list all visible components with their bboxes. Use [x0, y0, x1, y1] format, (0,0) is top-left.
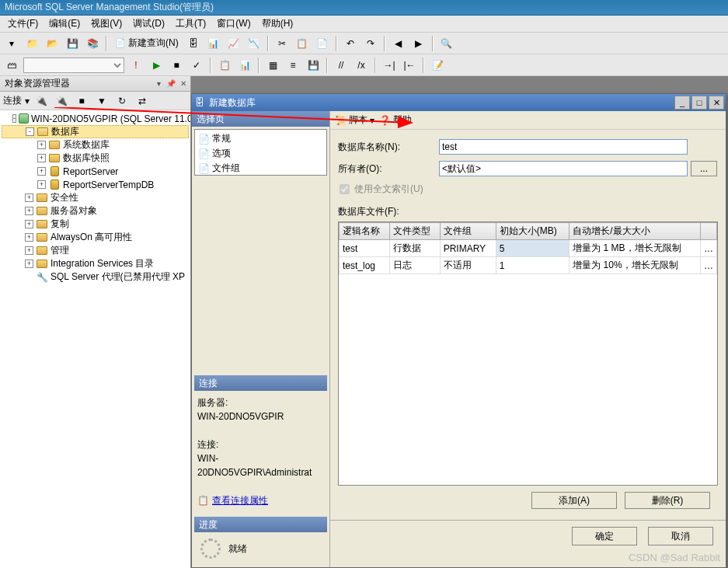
- view-connection-link[interactable]: 查看连接属性: [212, 493, 268, 507]
- dropdown-icon[interactable]: ▾: [153, 78, 164, 89]
- menu-edit[interactable]: 编辑(E): [44, 16, 85, 32]
- object-tree[interactable]: -WIN-20DNO5VGPIR (SQL Server 11.0 -数据库 +…: [0, 110, 190, 568]
- db-engine-icon[interactable]: 🗄: [185, 35, 202, 52]
- nav-fwd-icon[interactable]: ▶: [410, 35, 427, 52]
- page-options[interactable]: 📄选项: [197, 146, 325, 161]
- filter-icon[interactable]: ▼: [93, 92, 110, 110]
- results-text-icon[interactable]: ≡: [284, 57, 301, 74]
- db-name-input[interactable]: [439, 139, 688, 155]
- nav-back-icon[interactable]: ◀: [390, 35, 407, 52]
- new-query-button[interactable]: 📄新建查询(N): [112, 35, 182, 51]
- analysis-icon[interactable]: 📊: [205, 35, 222, 52]
- disconnect-icon[interactable]: 🔌: [53, 92, 70, 110]
- menu-debug[interactable]: 调试(D): [128, 16, 169, 32]
- execute-icon[interactable]: !: [127, 57, 145, 74]
- tree-reportserver-node[interactable]: +ReportServer: [2, 165, 189, 178]
- owner-label: 所有者(O):: [338, 162, 439, 176]
- help-button[interactable]: ❓帮助: [379, 113, 412, 127]
- add-button[interactable]: 添加(A): [531, 492, 617, 509]
- sync-icon[interactable]: ⇄: [134, 92, 151, 110]
- col-logical-name[interactable]: 逻辑名称: [340, 223, 390, 240]
- undo-icon[interactable]: ↶: [342, 35, 359, 52]
- db-select-icon[interactable]: 🗃: [3, 57, 20, 74]
- dropdown-icon[interactable]: ▾: [3, 35, 20, 52]
- tree-snapshot-node[interactable]: +数据库快照: [2, 152, 189, 165]
- page-filegroups[interactable]: 📄文件组: [197, 161, 325, 176]
- results-file-icon[interactable]: 💾: [305, 57, 322, 74]
- connection-label: 连接:: [197, 437, 324, 451]
- parse-icon[interactable]: ✓: [188, 57, 205, 74]
- table-row[interactable]: test_log 日志 不适用 1 增量为 10%，增长无限制 …: [340, 257, 717, 274]
- page-list[interactable]: 📄常规 📄选项 📄文件组: [194, 129, 327, 176]
- tree-databases-node[interactable]: -数据库: [2, 125, 189, 138]
- redo-icon[interactable]: ↷: [362, 35, 379, 52]
- folder-icon: [37, 246, 47, 255]
- close-icon[interactable]: ✕: [178, 78, 189, 89]
- tree-server-node[interactable]: -WIN-20DNO5VGPIR (SQL Server 11.0: [2, 112, 189, 125]
- minimize-icon[interactable]: _: [674, 96, 690, 110]
- tree-sysdb-node[interactable]: +系统数据库: [2, 138, 189, 152]
- indent-icon[interactable]: →|: [381, 57, 398, 74]
- find-icon[interactable]: 🔍: [438, 35, 455, 52]
- pin-icon[interactable]: 📌: [165, 78, 176, 89]
- tree-alwayson-node[interactable]: +AlwaysOn 高可用性: [2, 231, 189, 244]
- tree-security-node[interactable]: +安全性: [2, 191, 189, 204]
- stop-icon[interactable]: ■: [168, 57, 185, 74]
- col-file-type[interactable]: 文件类型: [389, 223, 440, 240]
- dialog-titlebar[interactable]: 🗄新建数据库 _ □ ✕: [192, 94, 726, 111]
- tree-agent-node[interactable]: 🔧SQL Server 代理(已禁用代理 XP: [2, 270, 189, 284]
- tree-serverobjects-node[interactable]: +服务器对象: [2, 204, 189, 218]
- db-files-grid[interactable]: 逻辑名称 文件类型 文件组 初始大小(MB) 自动增长/最大大小 tes: [338, 221, 718, 486]
- comment-icon[interactable]: //: [333, 57, 350, 74]
- cancel-button[interactable]: 取消: [648, 527, 713, 545]
- folder-icon: [37, 220, 47, 228]
- col-filegroup[interactable]: 文件组: [440, 223, 496, 240]
- tree-replication-node[interactable]: +复制: [2, 218, 189, 231]
- uncomment-icon[interactable]: /x: [353, 57, 370, 74]
- connect-label[interactable]: 连接: [3, 94, 22, 107]
- save-icon[interactable]: 💾: [64, 35, 81, 52]
- refresh-icon[interactable]: ↻: [113, 92, 131, 110]
- owner-input[interactable]: [439, 161, 688, 176]
- database-combo[interactable]: [23, 57, 124, 73]
- progress-header: 进度: [194, 517, 327, 532]
- tree-management-node[interactable]: +管理: [2, 244, 189, 257]
- saveall-icon[interactable]: 📚: [84, 35, 101, 52]
- tree-reportservertmp-node[interactable]: +ReportServerTempDB: [2, 178, 189, 191]
- tree-integration-node[interactable]: +Integration Services 目录: [2, 257, 189, 270]
- owner-browse-button[interactable]: ...: [691, 161, 717, 176]
- page-general[interactable]: 📄常规: [197, 131, 325, 146]
- menu-view[interactable]: 视图(V): [86, 16, 127, 32]
- open-icon[interactable]: 📂: [44, 35, 61, 52]
- ok-button[interactable]: 确定: [572, 527, 637, 545]
- menu-tools[interactable]: 工具(T): [171, 16, 211, 32]
- stop-icon[interactable]: ■: [73, 92, 90, 110]
- paste-icon[interactable]: 📄: [314, 35, 331, 52]
- new-project-icon[interactable]: 📁: [23, 35, 40, 52]
- plan-icon[interactable]: 📋: [216, 57, 233, 74]
- close-icon[interactable]: ✕: [709, 96, 724, 110]
- menu-file[interactable]: 文件(F): [3, 16, 43, 32]
- stats-icon[interactable]: 📊: [236, 57, 253, 74]
- col-initial-size[interactable]: 初始大小(MB): [496, 223, 569, 240]
- specify-values-icon[interactable]: 📝: [429, 57, 446, 74]
- ellipsis-button[interactable]: …: [701, 240, 717, 257]
- menu-help[interactable]: 帮助(H): [257, 16, 298, 32]
- ready-label: 就绪: [228, 542, 247, 556]
- ellipsis-button[interactable]: …: [701, 257, 717, 274]
- table-row[interactable]: test 行数据 PRIMARY 5 增量为 1 MB，增长无限制 …: [340, 240, 717, 257]
- dmx-icon[interactable]: 📉: [246, 35, 263, 52]
- outdent-icon[interactable]: |←: [401, 57, 418, 74]
- run-icon[interactable]: ▶: [148, 57, 165, 74]
- col-autogrowth[interactable]: 自动增长/最大大小: [570, 223, 701, 240]
- results-grid-icon[interactable]: ▦: [264, 57, 281, 74]
- cut-icon[interactable]: ✂: [273, 35, 291, 52]
- copy-icon[interactable]: 📋: [294, 35, 311, 52]
- delete-button[interactable]: 删除(R): [625, 492, 710, 509]
- menu-window[interactable]: 窗口(W): [212, 16, 255, 32]
- script-button[interactable]: 📜脚本 ▾: [335, 113, 374, 127]
- folder-icon: [49, 154, 60, 162]
- maximize-icon[interactable]: □: [691, 96, 707, 110]
- connect-icon[interactable]: 🔌: [33, 92, 50, 110]
- mdx-icon[interactable]: 📈: [225, 35, 242, 52]
